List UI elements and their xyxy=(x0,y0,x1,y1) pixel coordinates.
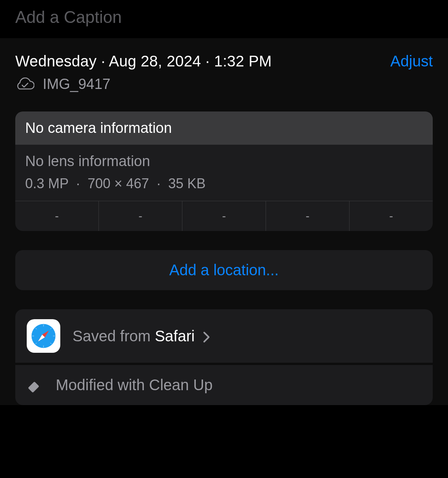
date-text: Wednesday · Aug 28, 2024 · 1:32 PM xyxy=(15,53,272,70)
date-row: Wednesday · Aug 28, 2024 · 1:32 PM Adjus… xyxy=(15,53,433,70)
filename-text: IMG_9417 xyxy=(43,76,110,92)
caption-input[interactable] xyxy=(15,8,433,27)
safari-app-icon xyxy=(27,319,60,353)
camera-info-card: No camera information No lens informatio… xyxy=(15,111,433,231)
saved-from-row[interactable]: Saved from Safari xyxy=(15,309,433,363)
lens-info-text: No lens information xyxy=(25,153,423,170)
svg-rect-12 xyxy=(28,381,39,393)
date-value: Aug 28, 2024 xyxy=(109,53,201,69)
exif-row: - - - - - xyxy=(15,201,433,231)
info-panel: Wednesday · Aug 28, 2024 · 1:32 PM Adjus… xyxy=(0,38,448,405)
cloud-check-icon xyxy=(15,78,34,91)
exif-cell: - xyxy=(350,201,433,231)
source-prefix: Saved from xyxy=(73,328,155,344)
exif-cell: - xyxy=(99,201,182,231)
exif-cell: - xyxy=(266,201,350,231)
add-location-button[interactable]: Add a location... xyxy=(15,250,433,290)
filename-row: IMG_9417 xyxy=(15,76,433,92)
eraser-icon xyxy=(27,377,44,394)
exif-cell: - xyxy=(15,201,99,231)
exif-cell: - xyxy=(182,201,266,231)
chevron-right-icon xyxy=(203,331,210,343)
modified-text: Modified with Clean Up xyxy=(56,376,213,394)
specs-row: 0.3 MP · 700 × 467 · 35 KB xyxy=(25,176,423,192)
camera-info-header-text: No camera information xyxy=(25,120,423,136)
megapixels-value: 0.3 MP xyxy=(25,176,68,191)
source-card: Saved from Safari xyxy=(15,309,433,363)
day-of-week: Wednesday xyxy=(15,53,97,69)
source-app-name: Safari xyxy=(155,328,195,344)
add-location-label: Add a location... xyxy=(169,262,279,278)
camera-info-body: No lens information 0.3 MP · 700 × 467 ·… xyxy=(15,145,433,201)
filesize-value: 35 KB xyxy=(168,176,206,191)
caption-section xyxy=(0,0,448,38)
modified-card: Modified with Clean Up xyxy=(15,365,433,405)
source-text: Saved from Safari xyxy=(73,328,210,345)
time-value: 1:32 PM xyxy=(214,53,272,69)
camera-info-header: No camera information xyxy=(15,111,433,145)
adjust-button[interactable]: Adjust xyxy=(390,53,433,70)
dimensions-value: 700 × 467 xyxy=(87,176,149,191)
